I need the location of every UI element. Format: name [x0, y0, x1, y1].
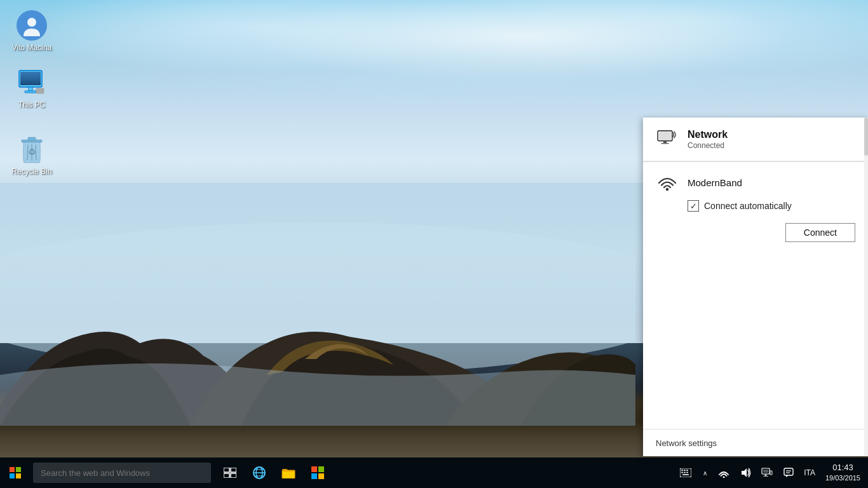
svg-point-1	[27, 18, 36, 27]
svg-rect-5	[29, 87, 32, 91]
desktop-icon-user[interactable]: Vito Macina	[6, 6, 57, 56]
clock[interactable]: 01:43 19/03/2015	[820, 458, 865, 488]
desktop-icon-recycle-bin[interactable]: ♻ Recycle Bin	[6, 130, 57, 180]
svg-rect-23	[224, 468, 229, 472]
network-item-modernband[interactable]: ModernBand Connect automatically Connect	[643, 162, 868, 251]
network-settings-link[interactable]: Network settings	[656, 438, 717, 448]
svg-rect-42	[684, 472, 686, 473]
start-button[interactable]	[0, 458, 31, 488]
svg-rect-33	[311, 466, 317, 472]
network-item-row: ModernBand	[656, 171, 855, 194]
svg-rect-6	[25, 91, 36, 93]
connect-auto-label: Connect automatically	[704, 201, 792, 211]
svg-rect-21	[10, 473, 15, 478]
network-header: Network Connected	[643, 118, 868, 161]
recycle-bin-label: Recycle Bin	[11, 167, 51, 176]
user-avatar-icon	[17, 10, 47, 41]
svg-rect-39	[684, 470, 686, 471]
svg-rect-47	[763, 470, 768, 473]
recycle-bin-icon: ♻	[17, 134, 47, 165]
action-center-icon[interactable]	[778, 460, 799, 485]
this-pc-label: This PC	[18, 100, 46, 109]
connect-auto-checkbox[interactable]	[688, 200, 699, 212]
svg-rect-24	[231, 468, 236, 472]
svg-point-18	[666, 188, 668, 191]
svg-rect-49	[763, 476, 768, 477]
svg-rect-51	[784, 468, 793, 475]
this-pc-icon	[17, 67, 47, 98]
taskbar-file-explorer[interactable]	[275, 459, 302, 487]
svg-rect-9	[28, 137, 36, 140]
scrollbar-thumb	[864, 118, 868, 156]
clock-date: 19/03/2015	[825, 473, 860, 482]
svg-rect-40	[686, 470, 688, 471]
volume-tray-icon[interactable]	[735, 460, 756, 485]
svg-rect-26	[231, 473, 236, 478]
network-header-icon	[656, 128, 679, 151]
network-footer: Network settings	[643, 429, 868, 456]
svg-rect-20	[16, 467, 21, 472]
network-monitor-icon[interactable]	[757, 460, 777, 485]
svg-rect-35	[311, 473, 317, 479]
network-item-options: Connect automatically Connect	[656, 200, 855, 242]
svg-rect-4	[20, 72, 41, 85]
svg-rect-16	[663, 141, 667, 144]
network-title: Network	[688, 128, 728, 140]
taskbar-pinned-apps	[216, 459, 332, 487]
svg-rect-48	[765, 474, 767, 476]
svg-rect-38	[681, 470, 683, 471]
keyboard-tray-icon[interactable]	[675, 460, 696, 485]
svg-point-45	[723, 477, 725, 478]
search-input[interactable]	[33, 463, 211, 483]
svg-rect-22	[16, 473, 21, 478]
clock-time: 01:43	[832, 463, 853, 473]
svg-text:♻: ♻	[28, 147, 36, 157]
svg-rect-15	[659, 132, 671, 140]
network-tray-icon[interactable]	[714, 460, 734, 485]
connect-auto-row[interactable]: Connect automatically	[688, 200, 855, 212]
network-header-text: Network Connected	[688, 128, 728, 149]
wifi-icon	[656, 171, 679, 194]
svg-rect-7	[36, 88, 44, 93]
taskbar-task-view[interactable]	[216, 459, 244, 487]
svg-rect-17	[661, 143, 668, 144]
network-panel: Network Connected ModernBand	[643, 118, 868, 456]
rocks-decoration	[0, 172, 635, 426]
svg-rect-43	[686, 472, 688, 473]
tray-chevron[interactable]: ∧	[697, 460, 712, 485]
svg-rect-19	[10, 467, 15, 472]
desktop-icon-this-pc[interactable]: This PC	[6, 64, 57, 113]
svg-rect-36	[318, 473, 324, 479]
connect-button-row: Connect	[688, 223, 855, 242]
system-tray: ∧	[675, 458, 868, 488]
user-icon-label: Vito Macina	[12, 43, 51, 52]
connect-button[interactable]: Connect	[785, 223, 855, 242]
svg-rect-41	[681, 472, 683, 473]
svg-rect-44	[682, 474, 689, 475]
network-status: Connected	[688, 141, 728, 150]
panel-scrollbar[interactable]	[864, 118, 868, 456]
svg-rect-50	[770, 471, 772, 475]
panel-spacer	[643, 251, 868, 429]
svg-rect-25	[224, 473, 229, 478]
language-indicator[interactable]: ITA	[800, 458, 819, 488]
svg-rect-34	[318, 466, 324, 472]
network-name: ModernBand	[688, 177, 742, 188]
taskbar: ∧	[0, 458, 868, 488]
taskbar-store[interactable]	[304, 459, 332, 487]
taskbar-internet-explorer[interactable]	[245, 459, 273, 487]
